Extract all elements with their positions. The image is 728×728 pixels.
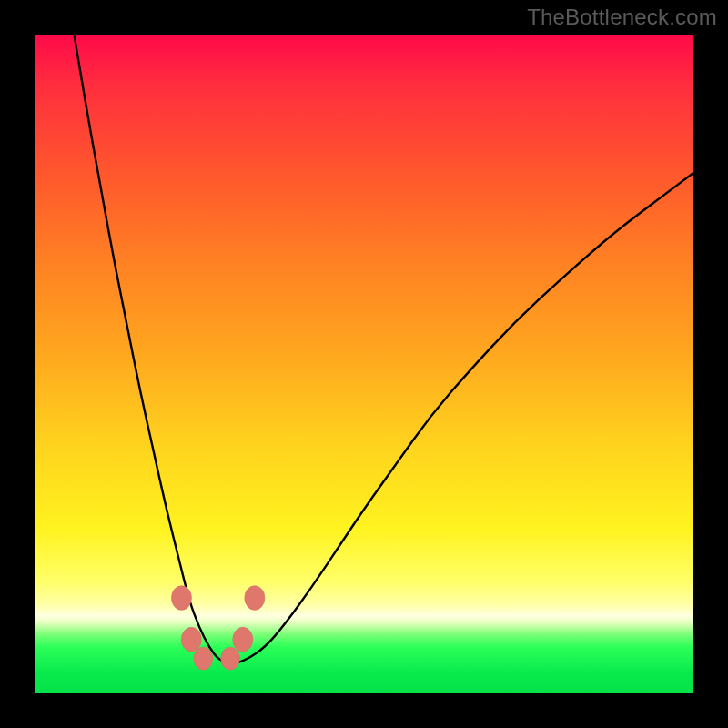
bottleneck-curve — [74, 35, 693, 663]
curve-marker — [171, 586, 191, 611]
curve-marker — [245, 586, 265, 611]
curve-marker — [233, 627, 253, 652]
plot-area — [35, 35, 693, 693]
curve-marker — [181, 627, 201, 652]
curve-marker — [194, 647, 213, 670]
curve-layer — [35, 35, 693, 693]
watermark-text: TheBottleneck.com — [527, 5, 717, 30]
curve-marker — [221, 647, 240, 670]
chart-container: TheBottleneck.com — [0, 0, 728, 728]
